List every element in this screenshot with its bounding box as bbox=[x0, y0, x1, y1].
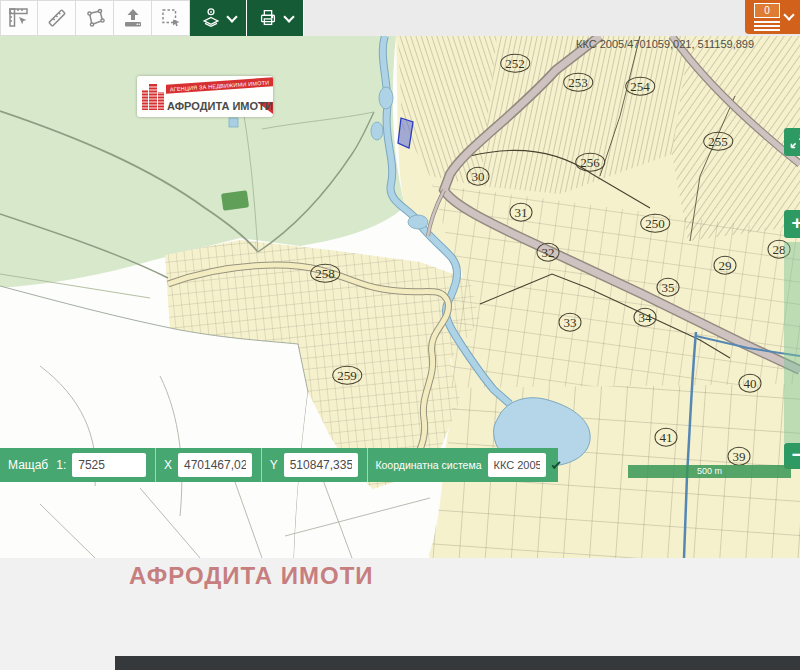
measure-area-icon bbox=[83, 6, 107, 30]
scale-ratio-label: 1: bbox=[56, 458, 66, 472]
notification-badge: 0 bbox=[754, 3, 780, 18]
measure-coordinates-icon bbox=[7, 6, 31, 30]
map-viewport[interactable]: ККС 2005/4701059,021, 511159,899 АГЕНЦИЯ… bbox=[0, 36, 800, 558]
x-coordinate-input[interactable] bbox=[178, 453, 252, 477]
parcel-label: 258 bbox=[310, 264, 340, 283]
parcel-label: 40 bbox=[739, 374, 762, 393]
map-scale-bar: 500 m bbox=[628, 465, 791, 478]
chevron-down-icon bbox=[783, 9, 794, 20]
measure-distance-button[interactable] bbox=[38, 0, 76, 36]
upload-icon bbox=[121, 6, 145, 30]
printer-icon bbox=[257, 6, 279, 30]
parcel-label: 254 bbox=[625, 77, 655, 96]
chevron-down-icon bbox=[226, 11, 237, 22]
parcel-label: 30 bbox=[467, 167, 490, 186]
divider bbox=[261, 448, 262, 482]
scale-label: Мащаб bbox=[8, 458, 48, 472]
layers-dropdown-button[interactable] bbox=[190, 0, 247, 36]
crs-select[interactable] bbox=[488, 453, 546, 477]
cursor-coordinates-readout: ККС 2005/4701059,021, 511159,899 bbox=[576, 38, 754, 50]
parcel-label: 29 bbox=[714, 256, 737, 275]
measure-area-button[interactable] bbox=[76, 0, 114, 36]
zoom-slider[interactable] bbox=[784, 242, 800, 443]
measure-coordinates-button[interactable] bbox=[0, 0, 38, 36]
toolbar bbox=[0, 0, 800, 36]
y-label: Y bbox=[270, 458, 278, 472]
divider bbox=[367, 448, 368, 482]
hamburger-icon bbox=[754, 21, 780, 33]
parcel-label: 35 bbox=[657, 278, 680, 297]
select-region-button[interactable] bbox=[152, 0, 190, 36]
select-region-icon bbox=[159, 6, 183, 30]
chevron-down-icon bbox=[283, 11, 294, 22]
parcel-label: 33 bbox=[559, 313, 582, 332]
parcel-label: 41 bbox=[655, 428, 678, 447]
upload-button[interactable] bbox=[114, 0, 152, 36]
scale-input[interactable] bbox=[72, 453, 146, 477]
user-menu-button[interactable]: 0 bbox=[745, 0, 800, 34]
y-coordinate-input[interactable] bbox=[284, 453, 358, 477]
agency-watermark: АГЕНЦИЯ ЗА НЕДВИЖИМИ ИМОТИ АФРОДИТА ИМОТ… bbox=[137, 76, 273, 117]
parcel-label: 259 bbox=[332, 366, 362, 385]
crs-label: Координатна система bbox=[375, 459, 481, 471]
agency-name: АФРОДИТА ИМОТИ bbox=[167, 100, 273, 112]
parcel-label: 39 bbox=[728, 447, 751, 466]
parcel-label: 252 bbox=[500, 54, 530, 73]
parcel-label: 256 bbox=[575, 153, 605, 172]
parcel-label: 253 bbox=[563, 73, 593, 92]
parcel-label: 32 bbox=[537, 243, 560, 262]
building-icon bbox=[142, 83, 164, 110]
x-label: X bbox=[164, 458, 172, 472]
status-bar: Мащаб 1: X Y Координатна система bbox=[0, 448, 558, 482]
parcel-label: 31 bbox=[510, 203, 533, 222]
divider bbox=[155, 448, 156, 482]
parcel-label: 34 bbox=[634, 308, 657, 327]
fullscreen-button[interactable] bbox=[784, 128, 800, 156]
app-window: 0 bbox=[0, 0, 800, 670]
print-dropdown-button[interactable] bbox=[247, 0, 304, 36]
agency-tagline: АГЕНЦИЯ ЗА НЕДВИЖИМИ ИМОТИ bbox=[166, 77, 273, 94]
expand-icon bbox=[790, 134, 800, 149]
forest-parcel bbox=[221, 190, 249, 210]
layers-info-icon bbox=[200, 6, 222, 30]
page-footer: АФРОДИТА ИМОТИ bbox=[0, 558, 800, 670]
parcel-label: 255 bbox=[703, 132, 733, 151]
parcel-label: 250 bbox=[640, 214, 670, 233]
measure-distance-icon bbox=[45, 6, 69, 30]
footer-brand-text: АФРОДИТА ИМОТИ bbox=[129, 562, 800, 590]
zoom-in-button[interactable]: + bbox=[784, 210, 800, 238]
bottom-bar bbox=[115, 656, 800, 670]
